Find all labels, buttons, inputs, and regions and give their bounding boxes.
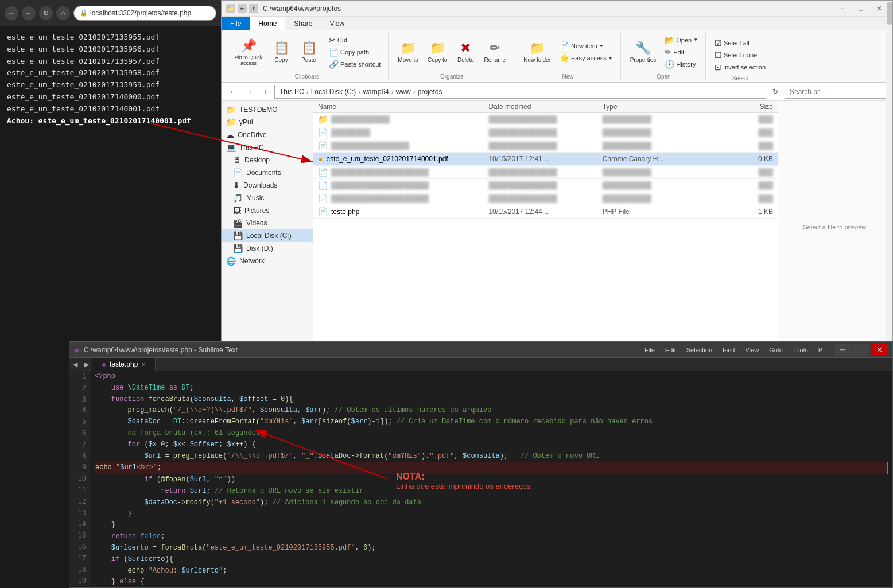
table-row-selected[interactable]: ● este_e_um_teste_02102017140001.pdf 10/… [313,153,778,166]
col-date[interactable]: Date modified [488,103,602,111]
table-row[interactable]: 📄████████████████ ██████████████ ███████… [313,139,778,153]
file-line-6: este_e_um_teste_02102017140000.pdf [7,91,214,103]
minimize-button[interactable]: − [834,3,851,14]
sidebar-item-network[interactable]: 🌐 Network [222,255,313,267]
col-size[interactable]: Size [716,103,773,111]
pin-label: Pin to Quick access [234,54,263,66]
browser-back-button[interactable]: ← [5,6,18,20]
sidebar-item-ypul[interactable]: 📁 yPuL [222,116,313,128]
history-button[interactable]: 🕐 History [662,59,701,70]
tab-close-icon[interactable]: ✕ [141,361,146,368]
properties-button[interactable]: 🔧 Properties [627,38,660,65]
editor-maximize[interactable]: □ [852,344,869,356]
select-all-button[interactable]: ☑ Select all [712,37,768,49]
sidebar-item-downloads[interactable]: ⬇ Downloads [222,179,313,192]
rename-icon: ✏ [490,41,500,56]
table-row[interactable]: 📄████████████████████ ██████████████ ███… [313,192,778,205]
browser-refresh-button[interactable]: ↻ [39,6,53,20]
cut-button[interactable]: ✂ Cut [326,34,383,46]
file-line-7: este_e_um_teste_02102017140001.pdf [7,103,214,115]
table-row-testephp[interactable]: 📄 teste.php 10/15/2017 12:44 ... PHP Fil… [313,205,778,219]
tab-home[interactable]: Home [250,17,285,30]
rename-button[interactable]: ✏ Rename [480,38,509,65]
pin-to-quick-button[interactable]: 📌 Pin to Quick access [231,36,266,68]
easy-access-button[interactable]: ⭐ Easy access ▼ [557,52,616,64]
copy-path-icon: 📄 [329,48,339,57]
addr-refresh-button[interactable]: ↻ [768,85,782,99]
sidebar-item-testdemo[interactable]: 📁 TESTDEMO [222,103,313,116]
addr-up-button[interactable]: ↑ [258,85,272,99]
browser-bar: ← → ↻ ⌂ 🔒 localhost:3302/projetos/teste.… [0,0,221,26]
sidebar-item-localdisk[interactable]: 💾 Local Disk (C:) [222,229,313,242]
browser-forward-button[interactable]: → [22,6,36,20]
easy-access-icon: ⭐ [560,53,569,63]
new-folder-button[interactable]: 📁 New folder [520,38,554,65]
browser-home-button[interactable]: ⌂ [56,6,70,20]
sidebar-item-videos[interactable]: 🎬 Videos [222,217,313,229]
edit-button[interactable]: ✏ Edit [662,46,701,58]
paste-button[interactable]: 📋 Paste [296,38,321,65]
sidebar-item-thispc[interactable]: 💻 This PC [222,141,313,154]
sidebar-item-onedrive[interactable]: ☁ OneDrive [222,128,313,141]
table-row[interactable]: 📄████████ ██████████████ ██████████ ███ [313,126,778,139]
col-type[interactable]: Type [603,103,716,111]
menu-goto[interactable]: Goto [764,345,787,355]
file-line-2: este_e_um_teste_02102017135956.pdf [7,44,214,56]
editor-close[interactable]: ✕ [871,344,888,356]
copy-button[interactable]: 📋 Copy [269,38,294,65]
tab-file[interactable]: File [222,17,250,30]
select-none-button[interactable]: ☐ Select none [712,49,768,61]
menu-selection[interactable]: Selection [682,345,717,355]
addr-back-button[interactable]: ← [226,85,240,99]
copy-path-button[interactable]: 📄 Copy path [326,46,383,58]
table-row[interactable]: 📄████████████████████ ██████████████ ███… [313,166,778,179]
properties-label: Properties [630,57,657,63]
new-folder-icon: 📁 [530,41,545,56]
browser-url-bar[interactable]: 🔒 localhost:3302/projetos/teste.php [73,6,216,21]
open-label: Open [676,37,692,44]
menu-tools[interactable]: Tools [789,345,813,355]
col-name[interactable]: Name [318,103,488,111]
search-input[interactable] [785,85,888,99]
titlebar-icon-1: 📁 [226,4,235,13]
thispc-icon: 💻 [226,143,236,152]
copy-to-button[interactable]: 📁 Copy to [424,38,451,65]
paste-shortcut-button[interactable]: 🔗 Paste shortcut [326,59,383,70]
menu-find[interactable]: Find [718,345,739,355]
addr-forward-button[interactable]: → [242,85,256,99]
tab-view[interactable]: View [321,17,353,30]
editor-minimize[interactable]: ─ [834,344,851,356]
open-button[interactable]: 📂 Open ▼ [662,34,701,46]
address-path[interactable]: This PC › Local Disk (C:) › wamp64 › www… [274,85,766,99]
copy-label: Copy [274,57,288,63]
selected-file-size: 0 KB [716,155,773,163]
tab-nav-right[interactable]: ▶ [81,358,92,371]
table-row[interactable]: 📄████████████████████ ██████████████ ███… [313,179,778,192]
scrollbar-thumb[interactable] [887,2,892,25]
file-icon: 📄 [318,141,328,150]
tab-nav-left[interactable]: ◀ [69,358,81,371]
testephp-type: PHP File [603,208,716,216]
open-items: 🔧 Properties 📂 Open ▼ ✏ Edit [627,33,701,71]
invert-selection-button[interactable]: ⊡ Invert selection [712,61,768,73]
table-row[interactable]: 📁████████████ ██████████████ ██████████ … [313,113,778,126]
menu-view[interactable]: View [740,345,763,355]
move-to-button[interactable]: 📁 Move to [394,38,422,65]
sidebar-item-diskd[interactable]: 💾 Disk (D:) [222,242,313,255]
vertical-scrollbar[interactable] [886,1,892,358]
new-item-button[interactable]: 📄 New item ▼ [557,40,616,52]
menu-p[interactable]: P [814,345,827,355]
editor-tabs: ◀ ▶ ◈ teste.php ✕ [69,358,892,371]
maximize-button[interactable]: □ [852,3,869,14]
editor-tab-testephp[interactable]: ◈ teste.php ✕ [92,358,156,371]
delete-button[interactable]: ✖ Delete [453,38,478,65]
menu-edit[interactable]: Edit [661,345,681,355]
ribbon-group-open: 🔧 Properties 📂 Open ▼ ✏ Edit [622,33,706,80]
menu-file[interactable]: File [640,345,659,355]
php-tab-icon: ◈ [102,361,106,368]
sidebar-item-documents[interactable]: 📄 Documents [222,166,313,179]
sidebar-item-music[interactable]: 🎵 Music [222,192,313,204]
sidebar-item-desktop[interactable]: 🖥 Desktop [222,154,313,166]
tab-share[interactable]: Share [285,17,321,30]
sidebar-item-pictures[interactable]: 🖼 Pictures [222,204,313,217]
